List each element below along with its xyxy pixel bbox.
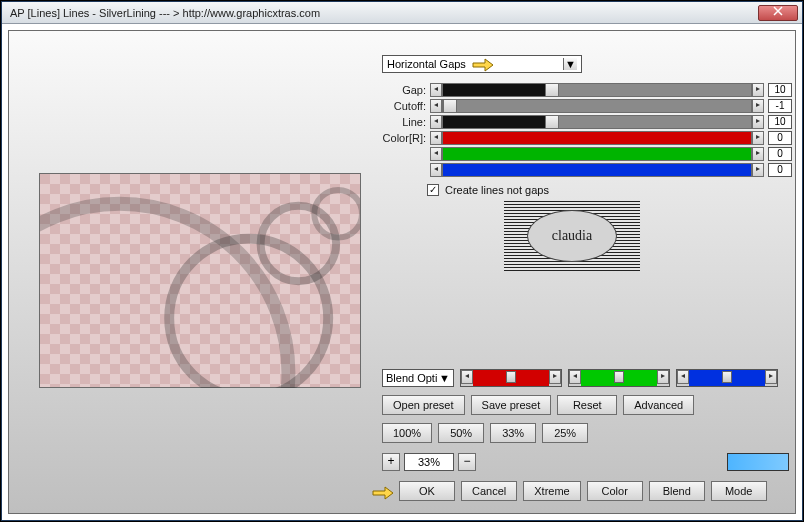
zoom-in-button[interactable]: + bbox=[382, 453, 400, 471]
scroll-right-icon[interactable]: ▸ bbox=[752, 131, 764, 145]
cancel-button[interactable]: Cancel bbox=[461, 481, 517, 501]
window-title: AP [Lines] Lines - SilverLining --- > ht… bbox=[6, 7, 758, 19]
channel-slider[interactable]: ◂▸ bbox=[460, 369, 562, 387]
slider-fill bbox=[443, 132, 751, 144]
scroll-left-icon[interactable]: ◂ bbox=[430, 99, 442, 113]
slider-row: Color[R]:◂▸0 bbox=[382, 131, 792, 145]
titlebar[interactable]: AP [Lines] Lines - SilverLining --- > ht… bbox=[2, 2, 802, 24]
slider-thumb[interactable] bbox=[545, 83, 559, 97]
checkbox-label: Create lines not gaps bbox=[445, 184, 549, 196]
scroll-left-icon[interactable]: ◂ bbox=[430, 115, 442, 129]
advanced-button[interactable]: Advanced bbox=[623, 395, 694, 415]
slider-track[interactable] bbox=[442, 163, 752, 177]
pointer-hand-icon bbox=[471, 53, 497, 71]
slider-track[interactable] bbox=[442, 83, 752, 97]
color-button[interactable]: Color bbox=[587, 481, 643, 501]
slider-thumb[interactable] bbox=[722, 371, 732, 383]
mode-button[interactable]: Mode bbox=[711, 481, 767, 501]
channel-slider[interactable]: ◂▸ bbox=[568, 369, 670, 387]
scroll-right-icon[interactable]: ▸ bbox=[752, 99, 764, 113]
bottom-button-row: OK Cancel Xtreme Color Blend Mode bbox=[399, 481, 767, 501]
scroll-right-icon[interactable]: ▸ bbox=[752, 115, 764, 129]
blend-button[interactable]: Blend bbox=[649, 481, 705, 501]
scroll-left-icon[interactable]: ◂ bbox=[430, 83, 442, 97]
slider-track[interactable] bbox=[442, 147, 752, 161]
blend-dropdown-label: Blend Opti bbox=[386, 372, 437, 384]
slider-value[interactable]: -1 bbox=[768, 99, 792, 113]
chevron-down-icon: ▼ bbox=[563, 58, 577, 70]
slider-track[interactable] bbox=[442, 99, 752, 113]
channel-track bbox=[581, 370, 657, 386]
scroll-right-icon[interactable]: ▸ bbox=[765, 370, 777, 384]
checkbox-icon[interactable]: ✓ bbox=[427, 184, 439, 196]
scroll-left-icon[interactable]: ◂ bbox=[430, 163, 442, 177]
scroll-right-icon[interactable]: ▸ bbox=[752, 147, 764, 161]
slider-fill bbox=[443, 84, 545, 96]
scroll-left-icon[interactable]: ◂ bbox=[430, 147, 442, 161]
slider-label: Gap: bbox=[382, 84, 430, 96]
zoom-preset-button[interactable]: 50% bbox=[438, 423, 484, 443]
scroll-right-icon[interactable]: ▸ bbox=[752, 83, 764, 97]
open-preset-button[interactable]: Open preset bbox=[382, 395, 465, 415]
slider-fill bbox=[443, 164, 751, 176]
slider-row: Gap:◂▸10 bbox=[382, 83, 792, 97]
preview-panel bbox=[39, 173, 361, 388]
zoom-out-button[interactable]: − bbox=[458, 453, 476, 471]
chevron-down-icon: ▼ bbox=[439, 372, 450, 384]
slider-row: ◂▸0 bbox=[382, 147, 792, 161]
scroll-left-icon[interactable]: ◂ bbox=[569, 370, 581, 384]
scroll-right-icon[interactable]: ▸ bbox=[549, 370, 561, 384]
slider-row: Cutoff:◂▸-1 bbox=[382, 99, 792, 113]
pointer-hand-icon bbox=[371, 481, 397, 499]
ok-button[interactable]: OK bbox=[399, 481, 455, 501]
zoom-value[interactable]: 33% bbox=[404, 453, 454, 471]
channel-track bbox=[689, 370, 765, 386]
color-swatch[interactable] bbox=[727, 453, 789, 471]
reset-button[interactable]: Reset bbox=[557, 395, 617, 415]
preview-artwork bbox=[40, 174, 360, 388]
xtreme-button[interactable]: Xtreme bbox=[523, 481, 580, 501]
slider-label: Line: bbox=[382, 116, 430, 128]
zoom-preset-button[interactable]: 25% bbox=[542, 423, 588, 443]
slider-value[interactable]: 0 bbox=[768, 147, 792, 161]
zoom-row: + 33% − bbox=[382, 453, 476, 471]
slider-thumb[interactable] bbox=[506, 371, 516, 383]
close-button[interactable] bbox=[758, 5, 798, 21]
slider-thumb[interactable] bbox=[545, 115, 559, 129]
slider-value[interactable]: 0 bbox=[768, 163, 792, 177]
channel-track bbox=[473, 370, 549, 386]
plugin-window: AP [Lines] Lines - SilverLining --- > ht… bbox=[1, 1, 803, 521]
scroll-right-icon[interactable]: ▸ bbox=[752, 163, 764, 177]
slider-thumb[interactable] bbox=[614, 371, 624, 383]
zoom-preset-row: 100%50%33%25% bbox=[382, 423, 588, 443]
slider-value[interactable]: 0 bbox=[768, 131, 792, 145]
sliders-group: Gap:◂▸10Cutoff:◂▸-1Line:◂▸10Color[R]:◂▸0… bbox=[382, 83, 792, 179]
slider-track[interactable] bbox=[442, 131, 752, 145]
close-icon bbox=[773, 6, 783, 16]
zoom-preset-button[interactable]: 100% bbox=[382, 423, 432, 443]
scroll-left-icon[interactable]: ◂ bbox=[677, 370, 689, 384]
scroll-left-icon[interactable]: ◂ bbox=[461, 370, 473, 384]
slider-thumb[interactable] bbox=[443, 99, 457, 113]
slider-label: Color[R]: bbox=[382, 132, 430, 144]
zoom-preset-button[interactable]: 33% bbox=[490, 423, 536, 443]
client-area: Horizontal Gaps ▼ Gap:◂▸10Cutoff:◂▸-1Lin… bbox=[8, 30, 796, 514]
slider-track[interactable] bbox=[442, 115, 752, 129]
slider-value[interactable]: 10 bbox=[768, 83, 792, 97]
scroll-right-icon[interactable]: ▸ bbox=[657, 370, 669, 384]
slider-fill bbox=[443, 116, 545, 128]
svg-point-0 bbox=[40, 204, 288, 388]
slider-value[interactable]: 10 bbox=[768, 115, 792, 129]
slider-label: Cutoff: bbox=[382, 100, 430, 112]
blend-dropdown[interactable]: Blend Opti ▼ bbox=[382, 369, 454, 387]
create-lines-checkbox-row[interactable]: ✓ Create lines not gaps bbox=[427, 184, 549, 196]
scroll-left-icon[interactable]: ◂ bbox=[430, 131, 442, 145]
slider-fill bbox=[443, 148, 751, 160]
slider-row: ◂▸0 bbox=[382, 163, 792, 177]
blend-row: Blend Opti ▼ ◂▸◂▸◂▸ bbox=[382, 369, 778, 387]
slider-row: Line:◂▸10 bbox=[382, 115, 792, 129]
save-preset-button[interactable]: Save preset bbox=[471, 395, 552, 415]
brand-logo: claudia bbox=[504, 201, 640, 271]
channel-slider[interactable]: ◂▸ bbox=[676, 369, 778, 387]
preset-row: Open preset Save preset Reset Advanced bbox=[382, 395, 694, 415]
